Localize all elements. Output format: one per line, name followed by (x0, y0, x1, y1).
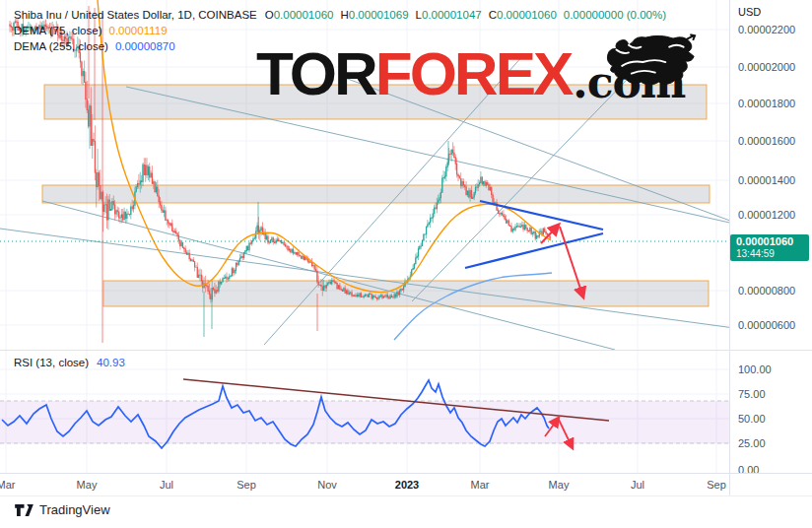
price-tick-label: 0.00001200 (738, 209, 795, 221)
time-label: Jul (160, 479, 173, 491)
rsi-tick-label: 75.00 (738, 388, 766, 400)
indicator-row-dema75[interactable]: DEMA (75, close) 0.00001119 (14, 23, 666, 38)
ohlc-high: H0.00001069 (340, 9, 408, 21)
time-label: Nov (317, 479, 337, 491)
time-label: 2023 (395, 479, 419, 491)
rsi-tick-label: 0.00 (738, 464, 759, 476)
rsi-value: 40.93 (97, 357, 125, 368)
rsi-tick-label: 50.00 (738, 413, 766, 425)
price-tick-label: 0.00002200 (738, 24, 795, 35)
change-value: 0.00000000 (0.00%) (564, 9, 666, 21)
time-label: Sep (237, 479, 256, 491)
tradingview-logo-icon (14, 503, 34, 517)
price-tick-label: 0.00000600 (738, 319, 795, 331)
pane-divider[interactable] (0, 350, 812, 351)
time-label: Sep (707, 479, 726, 491)
dema75-value: 0.00001119 (108, 25, 167, 36)
time-label: May (77, 479, 98, 491)
last-price-value: 0.00001060 (736, 235, 809, 248)
price-tick-label: 0.00002000 (738, 61, 795, 73)
price-tick-label: 0.00000800 (738, 285, 795, 297)
price-tick-label: 0.00001400 (738, 174, 795, 186)
dema75-label: DEMA (75, close) (14, 25, 102, 36)
indicator-row-dema255[interactable]: DEMA (255, close) 0.00000870 (14, 38, 666, 54)
time-label: May (549, 479, 570, 491)
price-tick-label: 0.00001600 (738, 135, 795, 147)
rsi-label: RSI (13, close) (14, 357, 89, 368)
ohlc-close: C0.00001060 (489, 9, 557, 21)
time-label: Mar (471, 479, 490, 491)
price-tick-label: 0.00001800 (738, 98, 795, 109)
bar-countdown: 13:44:59 (736, 248, 809, 259)
rsi-tick-label: 100.00 (738, 363, 772, 375)
dema255-label: DEMA (255, close) (14, 40, 108, 52)
rsi-tick-label: 25.00 (738, 437, 766, 449)
tradingview-logo-text: TradingView (39, 502, 110, 517)
time-label: Mar (0, 479, 15, 491)
dema255-value: 0.00000870 (115, 40, 175, 52)
symbol-title: Shiba Inu / United States Dollar, 1D, CO… (14, 9, 257, 21)
time-label: Jul (631, 479, 644, 491)
symbol-ohlc-row[interactable]: Shiba Inu / United States Dollar, 1D, CO… (14, 7, 666, 23)
indicator-row-rsi[interactable]: RSI (13, close) 40.93 (14, 357, 125, 368)
price-axis-unit: USD (738, 6, 761, 18)
legend-panel: Shiba Inu / United States Dollar, 1D, CO… (14, 7, 666, 54)
tradingview-attribution[interactable]: TradingView (14, 502, 110, 517)
chart-window: TORFOREX.com Shiba Inu / United States D… (0, 0, 812, 528)
ohlc-low: L0.00001047 (416, 9, 482, 21)
time-axis-divider (0, 473, 812, 474)
ohlc-open: O0.00001060 (265, 9, 334, 21)
last-price-badge[interactable]: 0.00001060 13:44:59 (730, 234, 809, 261)
footer-divider (0, 495, 812, 496)
